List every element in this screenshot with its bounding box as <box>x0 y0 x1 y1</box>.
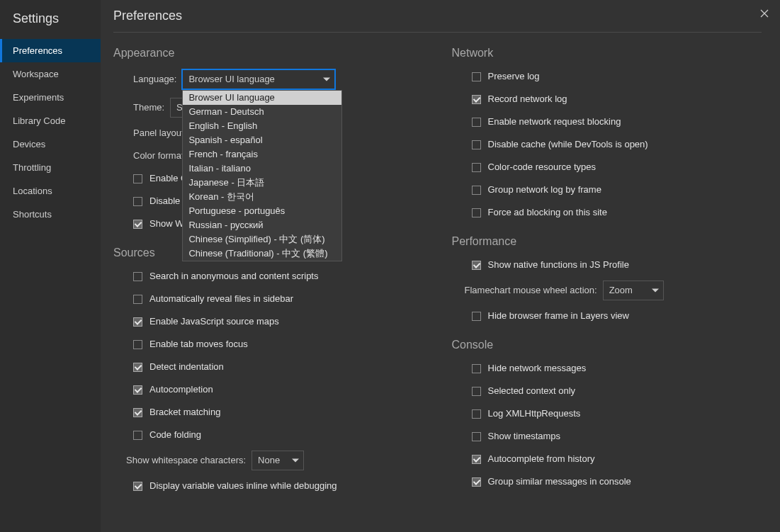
network-label-3[interactable]: Disable cache (while DevTools is open) <box>488 137 648 152</box>
sources-label-2[interactable]: Enable JavaScript source maps <box>149 315 279 329</box>
language-option[interactable]: Korean - 한국어 <box>183 190 341 204</box>
sources-label-7[interactable]: Code folding <box>149 428 201 442</box>
section-network-title: Network <box>452 47 762 60</box>
network-row: Enable network request blocking <box>452 115 762 129</box>
console-label-3[interactable]: Show timestamps <box>488 429 561 443</box>
language-option[interactable]: Italian - italiano <box>183 162 341 176</box>
sources-checkbox-2[interactable] <box>133 317 142 327</box>
language-option[interactable]: Portuguese - português <box>183 204 341 218</box>
sidebar-item-devices[interactable]: Devices <box>0 132 101 156</box>
console-checkbox-0[interactable] <box>472 364 481 373</box>
sources-checkbox-0[interactable] <box>133 272 142 281</box>
language-option[interactable]: Browser UI language <box>183 91 341 105</box>
console-row: Autocomplete from history <box>452 452 762 466</box>
disable-p-checkbox[interactable] <box>133 197 142 206</box>
console-row: Log XMLHttpRequests <box>452 407 762 421</box>
sources-checkbox-3[interactable] <box>133 340 142 349</box>
whitespace-select[interactable]: None <box>251 451 304 470</box>
enable-c-label[interactable]: Enable C <box>149 171 187 186</box>
console-label-1[interactable]: Selected context only <box>488 384 576 398</box>
sources-checkbox-1[interactable] <box>133 295 142 304</box>
show-we-checkbox[interactable] <box>133 220 142 229</box>
console-checkbox-1[interactable] <box>472 387 481 396</box>
console-label-2[interactable]: Log XMLHttpRequests <box>488 407 581 421</box>
sources-checkbox-5[interactable] <box>133 385 142 395</box>
close-button[interactable] <box>754 4 774 24</box>
console-label-0[interactable]: Hide network messages <box>488 361 587 375</box>
page-title: Preferences <box>113 9 762 33</box>
console-checkbox-5[interactable] <box>472 477 481 487</box>
sources-checkbox-7[interactable] <box>133 431 142 440</box>
language-option[interactable]: German - Deutsch <box>183 105 341 119</box>
hide-browser-frame-checkbox[interactable] <box>472 312 481 321</box>
language-select-value: Browser UI language <box>188 74 274 84</box>
section-appearance-title: Appearance <box>113 47 424 60</box>
network-checkbox-1[interactable] <box>472 95 481 104</box>
network-row: Disable cache (while DevTools is open) <box>452 137 762 152</box>
network-row: Color-code resource types <box>452 160 762 174</box>
network-checkbox-0[interactable] <box>472 72 481 81</box>
sources-row: Code folding <box>113 428 424 442</box>
network-checkbox-5[interactable] <box>472 186 481 195</box>
network-checkbox-2[interactable] <box>472 118 481 127</box>
sources-label-6[interactable]: Bracket matching <box>149 405 220 419</box>
sources-row: Bracket matching <box>113 405 424 419</box>
sidebar-item-library-code[interactable]: Library Code <box>0 109 101 132</box>
hide-browser-frame-label[interactable]: Hide browser frame in Layers view <box>488 309 629 323</box>
console-row: Show timestamps <box>452 429 762 443</box>
sidebar-item-locations[interactable]: Locations <box>0 179 101 203</box>
network-checkbox-6[interactable] <box>472 208 481 217</box>
flamechart-select[interactable]: Zoom <box>603 281 664 300</box>
sources-label-5[interactable]: Autocompletion <box>149 383 213 397</box>
console-checkbox-3[interactable] <box>472 432 481 441</box>
network-label-2[interactable]: Enable network request blocking <box>488 115 621 129</box>
perf-native-label[interactable]: Show native functions in JS Profile <box>488 258 629 272</box>
network-label-4[interactable]: Color-code resource types <box>488 160 596 174</box>
network-row: Force ad blocking on this site <box>452 205 762 220</box>
language-option[interactable]: Chinese (Simplified) - 中文 (简体) <box>183 232 341 247</box>
flamechart-row: Flamechart mouse wheel action: Zoom <box>452 281 762 300</box>
language-option[interactable]: French - français <box>183 147 341 162</box>
perf-native-checkbox[interactable] <box>472 261 481 270</box>
console-checkbox-4[interactable] <box>472 455 481 464</box>
network-row: Group network log by frame <box>452 183 762 197</box>
sources-checkbox-6[interactable] <box>133 408 142 417</box>
network-label-6[interactable]: Force ad blocking on this site <box>488 205 607 220</box>
language-option[interactable]: Chinese (Traditional) - 中文 (繁體) <box>183 247 341 261</box>
network-label-5[interactable]: Group network log by frame <box>488 183 601 197</box>
sidebar-item-preferences[interactable]: Preferences <box>0 39 101 62</box>
sources-label-0[interactable]: Search in anonymous and content scripts <box>149 269 318 283</box>
language-option[interactable]: Japanese - 日本語 <box>183 176 341 190</box>
section-console-title: Console <box>452 339 762 351</box>
network-row: Preserve log <box>452 69 762 84</box>
sidebar-item-workspace[interactable]: Workspace <box>0 62 101 86</box>
sources-label-1[interactable]: Automatically reveal files in sidebar <box>149 292 293 306</box>
enable-c-checkbox[interactable] <box>133 174 142 183</box>
sources-label-4[interactable]: Detect indentation <box>149 360 224 374</box>
display-inline-checkbox[interactable] <box>133 482 142 491</box>
sources-row: Detect indentation <box>113 360 424 374</box>
right-column: Network Preserve log Record network log … <box>452 44 762 502</box>
sidebar-item-experiments[interactable]: Experiments <box>0 86 101 109</box>
language-option[interactable]: English - English <box>183 119 341 133</box>
network-checkbox-4[interactable] <box>472 163 481 172</box>
network-label-1[interactable]: Record network log <box>488 92 567 106</box>
console-checkbox-2[interactable] <box>472 409 481 419</box>
sources-checkbox-4[interactable] <box>133 363 142 372</box>
chevron-down-icon <box>652 289 659 293</box>
console-row: Hide network messages <box>452 361 762 375</box>
language-select[interactable]: Browser UI language Browser UI language … <box>182 69 335 89</box>
sidebar-item-shortcuts[interactable]: Shortcuts <box>0 203 101 226</box>
console-label-4[interactable]: Autocomplete from history <box>488 452 595 466</box>
sidebar-item-throttling[interactable]: Throttling <box>0 156 101 179</box>
language-option[interactable]: Russian - русский <box>183 218 341 232</box>
sources-label-3[interactable]: Enable tab moves focus <box>149 337 248 351</box>
panel-layout-label: Panel layout: <box>133 126 186 140</box>
display-inline-label[interactable]: Display variable values inline while deb… <box>149 479 337 493</box>
language-option[interactable]: Spanish - español <box>183 133 341 147</box>
language-label: Language: <box>133 72 176 86</box>
console-row: Selected context only <box>452 384 762 398</box>
network-checkbox-3[interactable] <box>472 140 481 149</box>
console-label-5[interactable]: Group similar messages in console <box>488 475 631 489</box>
network-label-0[interactable]: Preserve log <box>488 69 540 84</box>
